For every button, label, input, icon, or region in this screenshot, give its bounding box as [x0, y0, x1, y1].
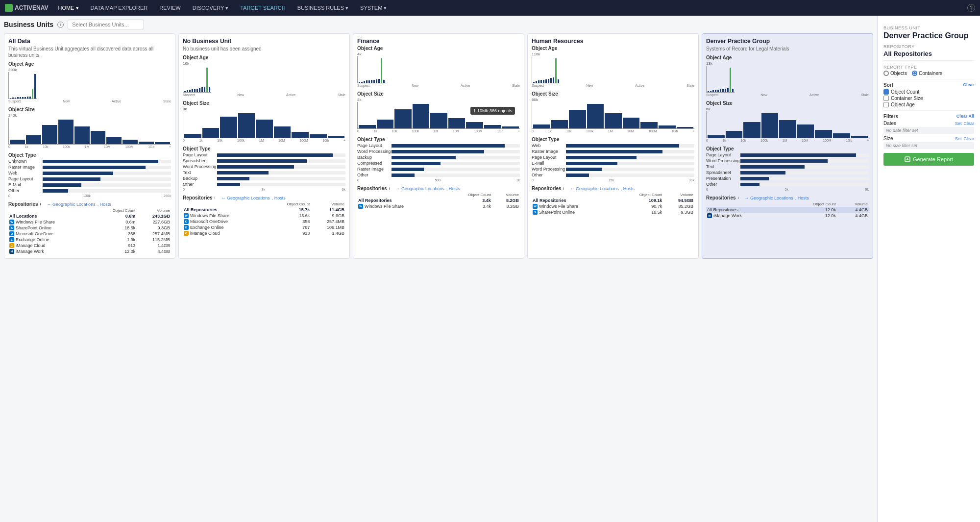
- repo-info-icon-all-data[interactable]: i: [40, 202, 45, 207]
- bu-info-icon[interactable]: i: [57, 22, 64, 28]
- object-type-label-all-data: Object Type: [8, 152, 171, 158]
- repo-hosts-link-human-resources[interactable]: , Hosts: [621, 186, 635, 191]
- obj-type-bar-bg-denver-practice-group-5: [740, 183, 869, 186]
- sort-object-count-box[interactable]: [883, 89, 889, 95]
- object-age-toplabel-no-bu: 16k: [183, 61, 345, 66]
- obj-type-bar-human-resources-2: [566, 156, 637, 159]
- repo-info-icon-no-bu[interactable]: i: [215, 196, 220, 200]
- rp-radio-objects[interactable]: Objects: [883, 71, 907, 76]
- rp-size-set[interactable]: Set: [955, 136, 962, 141]
- bar-age-human-resources-1: [536, 81, 537, 83]
- repo-icon-all-data-4: E: [9, 237, 14, 242]
- repo-geo-link-human-resources[interactable]: ↔ Geographic Locations: [570, 186, 619, 191]
- nav-review[interactable]: REVIEW: [157, 5, 182, 11]
- obj-type-row-finance-5: Other: [357, 173, 520, 177]
- generate-report-button[interactable]: Generate Report: [883, 153, 974, 166]
- repo-cell-name-all-data-0: All Locations: [8, 213, 93, 219]
- rp-sort-clear[interactable]: Clear: [963, 82, 974, 88]
- bar-size-finance-2: [394, 109, 412, 128]
- obj-type-bar-bg-no-bu-3: [217, 171, 345, 174]
- repo-geo-link-no-bu[interactable]: ↔ Geographic Locations: [221, 196, 270, 200]
- obj-type-bar-bg-finance-5: [392, 174, 520, 177]
- sort-object-age-box[interactable]: [883, 102, 889, 107]
- bar-size-denver-practice-group-3: [761, 113, 779, 138]
- obj-type-bar-all-data-1: [43, 166, 146, 169]
- obj-type-bar-bg-no-bu-2: [217, 165, 345, 169]
- radio-objects-dot[interactable]: [883, 71, 889, 76]
- rp-radio-containers[interactable]: Containers: [912, 71, 942, 76]
- rp-dates-value: No date filter set: [883, 127, 974, 134]
- repo-info-icon-denver-practice-group[interactable]: i: [738, 196, 743, 200]
- rp-bu-label: Business Unit: [883, 25, 974, 30]
- page-title: Business Units: [4, 21, 53, 28]
- rp-size-clear[interactable]: Clear: [963, 136, 974, 141]
- obj-type-bar-no-bu-1: [217, 159, 307, 163]
- repo-name-all-data-0: All Locations: [9, 214, 37, 219]
- repo-info-icon-finance[interactable]: i: [389, 186, 394, 191]
- type-axis-all-data: 0130k260k: [8, 194, 171, 198]
- repo-count-denver-practice-group-0: 12.0k: [784, 207, 837, 213]
- object-age-toplabel-denver-practice-group: 13k: [706, 61, 869, 66]
- repo-volume-human-resources-2: 9.3GB: [663, 209, 694, 215]
- nav-target-search[interactable]: TARGET SEARCH: [238, 5, 288, 11]
- repo-cell-name-no-bu-4: CiManage Cloud: [183, 230, 267, 236]
- rp-size-value: No size filter set: [883, 142, 974, 149]
- obj-type-bar-finance-3: [392, 162, 441, 165]
- rp-dates-set[interactable]: Set: [955, 121, 962, 126]
- repo-count-no-bu-3: 767: [267, 224, 311, 230]
- object-size-chart-human-resources: [532, 102, 694, 129]
- bu-select-input[interactable]: [68, 20, 144, 29]
- bar-age-all-data-5: [22, 97, 24, 99]
- help-icon[interactable]: ?: [967, 4, 975, 12]
- repo-hosts-link-no-bu[interactable]: , Hosts: [272, 196, 286, 200]
- repo-label-finance: Repositories: [357, 186, 387, 191]
- sort-object-age[interactable]: Object Age: [883, 102, 974, 107]
- card-human-resources: Human Resources Object Age 110k SuspectN…: [527, 33, 699, 259]
- bar-age-denver-practice-group-0: [708, 91, 709, 92]
- card-all-data: All DataThis virtual Business Unit aggre…: [4, 33, 175, 259]
- rp-filters-clear[interactable]: Clear All: [956, 114, 974, 119]
- repo-row-all-data-6: MiManage Work 12.0k 4.4GB: [8, 249, 171, 254]
- repo-hosts-link-all-data[interactable]: , Hosts: [98, 202, 111, 207]
- repo-hosts-link-denver-practice-group[interactable]: , Hosts: [795, 196, 809, 200]
- repo-info-icon-human-resources[interactable]: i: [564, 186, 568, 191]
- radio-containers-dot[interactable]: [912, 71, 917, 76]
- obj-type-row-finance-0: Page Layout: [357, 143, 520, 148]
- repo-volume-no-bu-3: 106.1MB: [311, 224, 345, 230]
- nav-discovery[interactable]: DISCOVERY ▾: [191, 5, 230, 11]
- logo[interactable]: ACTIVENAV: [5, 4, 48, 12]
- sort-object-count[interactable]: Object Count: [883, 89, 974, 95]
- repo-volume-all-data-1: 227.6GB: [136, 219, 171, 225]
- object-size-section-finance: Object Size 2k 1-10Mb 366 objects 01k10k…: [357, 91, 520, 133]
- repo-cell-name-all-data-2: SSharePoint Online: [8, 225, 93, 231]
- nav-business-rules[interactable]: BUSINESS RULES ▾: [295, 5, 350, 11]
- sort-container-size[interactable]: Container Size: [883, 96, 974, 101]
- nav-home[interactable]: HOME ▾: [56, 5, 80, 11]
- repo-icon-no-bu-2: O: [184, 219, 189, 224]
- obj-type-bar-all-data-5: [43, 189, 68, 193]
- rp-sort-label-text: Sort: [883, 82, 893, 88]
- size-x-labels-denver-practice-group: 01k10k100k1M10M100M1Gb+: [706, 139, 869, 142]
- nav-system[interactable]: SYSTEM ▾: [358, 5, 389, 11]
- bar-age-all-data-2: [15, 98, 16, 99]
- bar-age-all-data-0: [10, 98, 11, 99]
- repo-volume-no-bu-2: 257.4MB: [311, 219, 345, 224]
- obj-type-bar-no-bu-5: [217, 183, 240, 186]
- nav-datamap[interactable]: DATA MAP EXPLORER: [89, 5, 150, 11]
- repo-count-no-bu-2: 358: [267, 219, 311, 224]
- obj-type-bar-denver-practice-group-4: [740, 177, 769, 180]
- bar-size-no-bu-0: [184, 134, 201, 138]
- repo-geo-link-all-data[interactable]: ↔ Geographic Locations: [47, 202, 96, 207]
- bar-size-human-resources-6: [640, 122, 658, 128]
- bar-size-all-data-0: [10, 140, 25, 144]
- age-x-labels-finance: SuspectNewActiveStale: [357, 84, 520, 87]
- repo-cell-name-all-data-6: MiManage Work: [8, 249, 93, 254]
- sort-container-size-box[interactable]: [883, 96, 889, 101]
- repo-hosts-link-finance[interactable]: , Hosts: [446, 186, 460, 191]
- bar-size-all-data-1: [26, 135, 41, 144]
- repo-geo-link-finance[interactable]: ↔ Geographic Locations: [396, 186, 444, 191]
- object-size-chart-all-data: [8, 118, 171, 145]
- rp-dates-clear[interactable]: Clear: [963, 121, 974, 126]
- bar-size-denver-practice-group-4: [779, 120, 796, 138]
- repo-geo-link-denver-practice-group[interactable]: ↔ Geographic Locations: [745, 196, 793, 200]
